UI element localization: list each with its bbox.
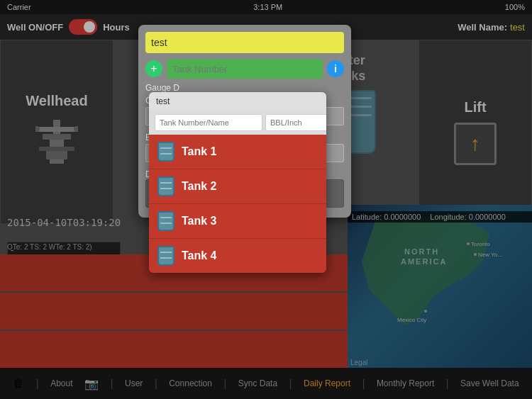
- tank-barrel-icon-4: [157, 246, 174, 266]
- modal-tank-number-input[interactable]: [167, 59, 323, 79]
- tank-barrel-icon-2: [157, 176, 174, 196]
- tank-list-inputs-bar: +: [149, 111, 326, 135]
- gauge-d-label: Gauge D: [145, 83, 344, 93]
- modal-info-btn[interactable]: i: [327, 60, 344, 77]
- bbl-inch-list-input[interactable]: [265, 114, 326, 131]
- tank-name-2: Tank 2: [182, 180, 217, 193]
- tank-barrel-icon-1: [157, 142, 174, 162]
- modal-add-btn[interactable]: +: [145, 60, 162, 77]
- tank-list-title: test: [156, 96, 170, 106]
- tank-number-name-input[interactable]: [155, 114, 262, 131]
- modal-tank-number-row: + i: [145, 59, 344, 79]
- tank-list-item-1[interactable]: Tank 1: [149, 135, 326, 169]
- tank-list-input-row: test: [156, 96, 319, 106]
- modal-test-input[interactable]: [145, 32, 344, 53]
- tank-name-1: Tank 1: [182, 145, 217, 158]
- modal-gauge-d-row: Gauge D: [145, 83, 344, 93]
- tank-list-item-3[interactable]: Tank 3: [149, 204, 326, 239]
- tank-items-list: Tank 1Tank 2Tank 3Tank 4: [149, 135, 326, 273]
- tank-list-header: test: [149, 92, 326, 111]
- tank-list-item-4[interactable]: Tank 4: [149, 239, 326, 273]
- tank-name-3: Tank 3: [182, 215, 217, 227]
- tank-barrel-icon-3: [157, 211, 174, 231]
- tank-list-popup: test + Tank 1Tank 2Tank 3Tank 4: [149, 92, 326, 273]
- tank-name-4: Tank 4: [182, 249, 217, 262]
- tank-list-item-2[interactable]: Tank 2: [149, 169, 326, 204]
